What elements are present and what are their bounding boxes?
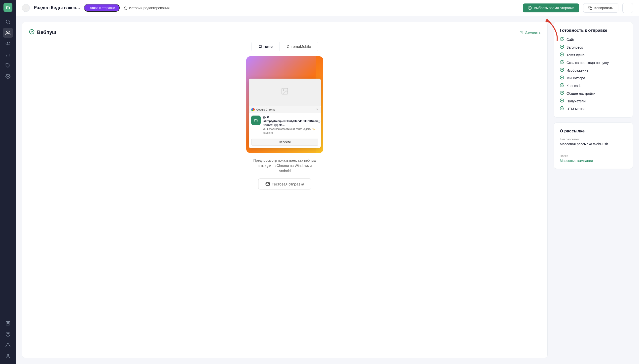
check-item-button1: Кнопка 1 <box>560 83 627 88</box>
app-icon: m <box>251 116 261 125</box>
notification-card: Google Chrome ✕ m @{ if IsEmpty(Recipien… <box>249 78 321 148</box>
sidebar-item-campaigns[interactable] <box>3 39 13 48</box>
sidebar-item-export[interactable] <box>3 318 13 328</box>
about-divider <box>560 150 627 150</box>
clock-icon <box>528 6 532 10</box>
check-item-utm: UTM-метки <box>560 106 627 111</box>
check-label-text: Текст пуша <box>566 53 585 57</box>
app-logo[interactable]: m <box>4 3 13 12</box>
chrome-source-label: Google Chrome <box>256 108 276 111</box>
envelope-icon <box>265 182 270 186</box>
send-time-button[interactable]: Выбрать время отправки <box>523 4 579 12</box>
about-folder-label: Папка <box>560 154 627 158</box>
status-badge[interactable]: Готова к отправке <box>84 4 119 12</box>
section-title: Вебпуш <box>29 29 56 36</box>
check-label-button1: Кнопка 1 <box>566 84 581 88</box>
edit-button[interactable]: Изменить <box>520 30 540 34</box>
test-send-label: Тестовая отправка <box>272 182 304 186</box>
readiness-list: Сайт Заголовок Текст пуша <box>560 37 627 111</box>
preview-container: Chrome ChromeMobile <box>29 42 540 190</box>
notification-image-area <box>249 78 321 106</box>
svg-rect-16 <box>590 8 592 10</box>
check-icon-title <box>560 45 564 50</box>
check-item-image: Изображение <box>560 68 627 73</box>
copy-button[interactable]: Копировать <box>583 3 618 13</box>
svg-line-1 <box>9 23 10 24</box>
more-button[interactable]: ··· <box>622 3 633 13</box>
check-item-thumbnail: Миниатюра <box>560 76 627 80</box>
check-label-site: Сайт <box>566 38 574 42</box>
check-icon-text <box>560 52 564 58</box>
copy-icon <box>588 6 592 10</box>
notification-content: m @{ if IsEmpty(Recipient.OnlyStandardFi… <box>251 116 318 134</box>
back-button[interactable]: ← <box>22 4 30 12</box>
main-container: ← Раздел Кеды в жен... Готова к отправке… <box>16 0 639 364</box>
check-item-site: Сайт <box>560 37 627 42</box>
check-label-utm: UTM-метки <box>566 107 584 111</box>
sidebar-item-warning[interactable] <box>3 340 13 350</box>
sidebar-item-settings[interactable] <box>3 72 13 81</box>
check-item-text: Текст пуша <box>560 52 627 58</box>
svg-point-8 <box>8 76 9 77</box>
check-label-recipients: Получатели <box>566 99 586 103</box>
svg-point-18 <box>283 90 284 91</box>
about-folder-section: Папка Массовые кампании <box>560 154 627 163</box>
notification-description: Мы пополнили ассортимент сайта кедами 🤸 <box>263 128 320 131</box>
notification-source: Google Chrome <box>251 108 276 111</box>
readiness-title: Готовность к отправке <box>560 28 627 33</box>
check-icon-thumbnail <box>560 76 564 80</box>
notification-text: @{ if IsEmpty(Recipient.OnlyStandardFirs… <box>263 116 320 134</box>
about-folder-value[interactable]: Массовые кампании <box>560 159 627 163</box>
check-label-thumbnail: Миниатюра <box>566 76 585 80</box>
check-item-title: Заголовок <box>560 45 627 50</box>
check-item-general: Общие настройки <box>560 91 627 96</box>
notification-action-button[interactable]: Перейти <box>251 138 318 146</box>
readiness-card: Готовность к отправке Сайт Заголовок <box>554 22 633 118</box>
check-label-image: Изображение <box>566 68 588 72</box>
sidebar-item-help[interactable] <box>3 329 13 339</box>
sidebar-item-analytics[interactable] <box>3 50 13 60</box>
tab-chrome[interactable]: Chrome <box>252 42 280 51</box>
copy-label: Копировать <box>594 6 613 10</box>
notification-close-btn[interactable]: ✕ <box>316 108 318 111</box>
sidebar-item-profile[interactable] <box>3 351 13 361</box>
about-type-section: Тип рассылки Массовая рассылка WebPush <box>560 138 627 146</box>
test-send-button[interactable]: Тестовая отправка <box>258 178 312 190</box>
tab-chrome-mobile[interactable]: ChromeMobile <box>280 42 318 51</box>
pencil-icon <box>520 31 523 34</box>
notification-title: @{ if IsEmpty(Recipient.OnlyStandardFirs… <box>263 116 320 127</box>
image-placeholder-icon <box>281 87 289 97</box>
section-header: Вебпуш Изменить <box>29 29 540 36</box>
history-button[interactable]: История редактирования <box>124 6 170 10</box>
phone-mockup: Google Chrome ✕ m @{ if IsEmpty(Recipien… <box>246 56 323 153</box>
check-icon-image <box>560 68 564 73</box>
content-area: Вебпуш Изменить Chrome ChromeMobile <box>16 16 639 364</box>
notification-bar: Google Chrome ✕ <box>249 106 321 113</box>
about-type-label: Тип рассылки <box>560 138 627 141</box>
svg-point-14 <box>7 354 9 356</box>
about-title: О рассылке <box>560 129 627 134</box>
preview-tabs: Chrome ChromeMobile <box>251 42 318 51</box>
left-panel: Вебпуш Изменить Chrome ChromeMobile <box>22 22 548 358</box>
check-label-title: Заголовок <box>566 46 583 49</box>
edit-label: Изменить <box>525 30 540 34</box>
sidebar-item-users[interactable] <box>3 28 13 38</box>
check-icon-site <box>560 37 564 42</box>
sidebar-item-integrations[interactable] <box>3 60 13 70</box>
header: ← Раздел Кеды в жен... Готова к отправке… <box>16 0 639 16</box>
check-icon-recipients <box>560 98 564 104</box>
page-title: Раздел Кеды в жен... <box>34 5 80 10</box>
check-icon-button1 <box>560 83 564 88</box>
check-icon-link <box>560 60 564 65</box>
send-time-label: Выбрать время отправки <box>534 6 574 10</box>
check-item-recipients: Получатели <box>560 98 627 104</box>
svg-point-2 <box>7 31 8 33</box>
notification-btn-row: Перейти <box>249 136 321 148</box>
check-label-link: Ссылка перехода по пушу <box>566 61 609 65</box>
notification-url: mysite.ru <box>263 132 320 134</box>
sidebar-item-search[interactable] <box>3 17 13 27</box>
check-circle-icon <box>29 29 35 36</box>
check-item-link: Ссылка перехода по пушу <box>560 60 627 65</box>
svg-marker-3 <box>6 42 8 45</box>
history-label: История редактирования <box>129 6 170 10</box>
